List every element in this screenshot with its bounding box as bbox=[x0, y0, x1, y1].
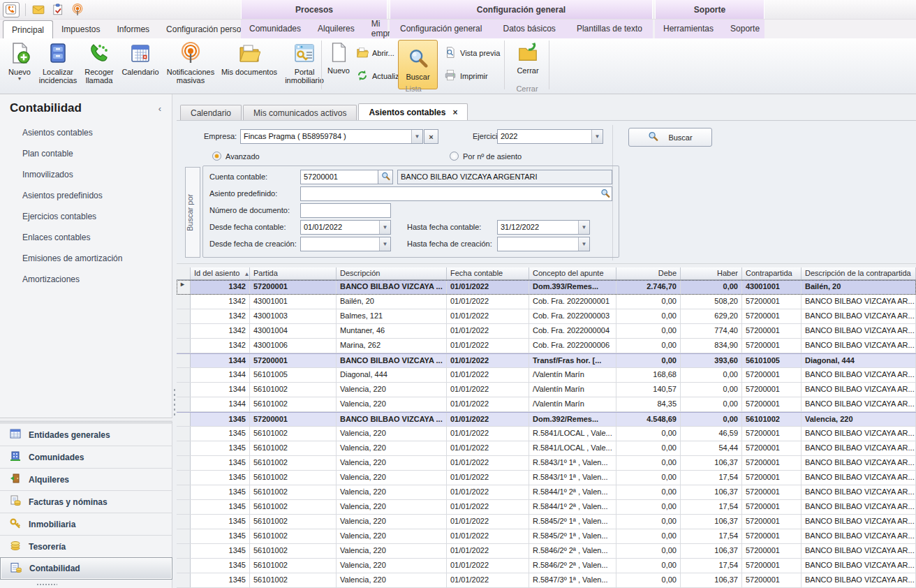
table-row[interactable]: 134456101005Diagonal, 44401/01/2022/Vale… bbox=[177, 368, 916, 383]
ribbon-tab-configuraci-n-general[interactable]: Configuración general bbox=[392, 20, 490, 38]
ribbon-button-recoger-llamada[interactable]: Recoger llamada bbox=[80, 40, 119, 90]
ribbon-button-notificaciones-masivas[interactable]: Notificaciones masivas bbox=[162, 40, 219, 90]
buscar-por-tab[interactable]: Buscar por bbox=[185, 167, 200, 258]
sidebar-item-asientos-contables[interactable]: Asientos contables bbox=[0, 122, 172, 143]
ribbon-tab-alquileres[interactable]: Alquileres bbox=[309, 20, 363, 38]
table-row[interactable]: 134243001006Marina, 26201/01/2022Cob. Fr… bbox=[177, 339, 916, 353]
search-icon[interactable] bbox=[600, 189, 610, 200]
ribbon-button-calendario[interactable]: Calendario bbox=[119, 40, 162, 90]
table-row[interactable]: 134557200001BANCO BILBAO VIZCAYA ...01/0… bbox=[177, 412, 916, 427]
ribbon-tab-datos-b-sicos[interactable]: Datos básicos bbox=[494, 20, 563, 38]
dropdown-arrow-icon[interactable]: ▼ bbox=[379, 237, 390, 251]
module-item-comunidades[interactable]: Comunidades bbox=[0, 446, 172, 468]
collapse-sidebar-icon[interactable]: ‹ bbox=[155, 103, 165, 114]
table-row[interactable]: 134556101002Valencia, 22001/01/2022R.584… bbox=[177, 471, 916, 485]
table-row[interactable]: 134556101002Valencia, 22001/01/2022R.584… bbox=[177, 559, 916, 573]
module-item-alquileres[interactable]: Alquileres bbox=[0, 468, 172, 490]
hasta-fecha-contable-input[interactable]: 31/12/2022 ▼ bbox=[497, 220, 590, 235]
doc-tab-mis-comunicados-activos[interactable]: Mis comunicados activos bbox=[243, 105, 357, 120]
sidebar-item-enlaces-contables[interactable]: Enlaces contables bbox=[0, 227, 172, 248]
column-header-fecha-contable[interactable]: Fecha contable bbox=[447, 267, 529, 279]
column-header-partida[interactable]: Partida bbox=[250, 267, 337, 279]
ribbon-button-vista-previa[interactable]: Vista previa bbox=[444, 45, 500, 61]
column-header-haber[interactable]: Haber bbox=[681, 267, 742, 279]
radio-avanzado[interactable]: Avanzado bbox=[212, 152, 260, 161]
hasta-fecha-creacion-input[interactable]: ▼ bbox=[497, 237, 590, 251]
sidebar-item-ejercicios-contables[interactable]: Ejercicios contables bbox=[0, 206, 172, 227]
dropdown-arrow-icon[interactable]: ▼ bbox=[379, 221, 390, 234]
numero-documento-input[interactable] bbox=[300, 203, 391, 218]
radio-por-numero[interactable]: Por nº de asiento bbox=[450, 152, 522, 161]
dropdown-arrow-icon[interactable]: ▼ bbox=[411, 130, 422, 143]
table-row[interactable]: 134556101002Valencia, 22001/01/2022R.584… bbox=[177, 485, 916, 500]
desde-fecha-contable-input[interactable]: 01/01/2022 ▼ bbox=[300, 220, 391, 235]
ribbon-tab-herramientas[interactable]: Herramientas bbox=[655, 20, 722, 38]
column-header-concepto-del-apunte[interactable]: Concepto del apunte bbox=[529, 267, 616, 279]
ribbon-button-buscar[interactable]: Buscar bbox=[398, 40, 438, 89]
sidebar-item-asientos-predefinidos[interactable]: Asientos predefinidos bbox=[0, 185, 172, 206]
doc-tab-calendario[interactable]: Calendario bbox=[180, 105, 242, 120]
sidebar-item-emisiones-de-amortizaci-n[interactable]: Emisiones de amortización bbox=[0, 248, 172, 269]
table-row[interactable]: 134556101002Valencia, 22001/01/2022R.584… bbox=[177, 456, 916, 471]
qat-app-icon[interactable] bbox=[3, 2, 20, 17]
table-row[interactable]: 134556101002Valencia, 22001/01/2022R.584… bbox=[177, 515, 916, 529]
ribbon-tab-comunidades[interactable]: Comunidades bbox=[241, 20, 309, 38]
cuenta-lookup-button[interactable] bbox=[378, 170, 393, 184]
doc-tab-asientos-contables[interactable]: Asientos contables× bbox=[358, 103, 468, 120]
ejercicio-combobox[interactable]: 2022 ▼ bbox=[497, 129, 603, 144]
ribbon-button-portal-inmobiliario[interactable]: Portal inmobiliario bbox=[279, 40, 330, 90]
dropdown-arrow-icon[interactable]: ▼ bbox=[591, 130, 603, 143]
ribbon-tab-principal[interactable]: Principal bbox=[3, 20, 53, 39]
ribbon-button-imprimir[interactable]: Imprimir bbox=[444, 68, 488, 84]
cuenta-contable-input[interactable]: 57200001 bbox=[300, 170, 378, 184]
sidebar-item-amortizaciones[interactable]: Amortizaciones bbox=[0, 269, 172, 290]
qat-tasks-icon[interactable] bbox=[51, 3, 65, 16]
sidebar-item-inmovilizados[interactable]: Inmovilizados bbox=[0, 164, 172, 185]
asiento-predefinido-input[interactable] bbox=[300, 186, 612, 201]
table-row[interactable]: 134456101002Valencia, 22001/01/2022/Vale… bbox=[177, 397, 916, 412]
table-row[interactable]: 134243001003Balmes, 12101/01/2022Cob. Fr… bbox=[177, 309, 916, 324]
table-row[interactable]: 134556101002Valencia, 22001/01/2022R.584… bbox=[177, 441, 916, 456]
sidebar-splitter[interactable] bbox=[0, 418, 172, 422]
column-header-descripci-n-de-la-contrapartida[interactable]: Descripción de la contrapartida bbox=[802, 267, 916, 279]
empresa-combobox[interactable]: Fincas Pragma ( B58959784 ) ▼ bbox=[240, 129, 423, 144]
ribbon-tab-soporte[interactable]: Soporte bbox=[722, 20, 768, 38]
desde-fecha-creacion-input[interactable]: ▼ bbox=[300, 237, 391, 251]
dropdown-arrow-icon[interactable]: ▼ bbox=[578, 237, 589, 251]
table-row[interactable]: 134556101002Valencia, 22001/01/2022R.584… bbox=[177, 500, 916, 515]
clear-empresa-button[interactable]: × bbox=[424, 129, 438, 144]
ribbon-tab-informes[interactable]: Informes bbox=[108, 21, 158, 38]
ribbon-tab-impuestos[interactable]: Impuestos bbox=[53, 21, 108, 38]
ribbon-button-localizar-incidencias[interactable]: Localizar incidencias bbox=[36, 40, 80, 90]
close-tab-icon[interactable]: × bbox=[452, 108, 457, 117]
table-row[interactable]: 134243001001Bailén, 2001/01/2022Cob. Fra… bbox=[177, 295, 916, 309]
ribbon-button-cerrar[interactable]: Cerrar bbox=[508, 40, 547, 90]
column-header-debe[interactable]: Debe bbox=[616, 267, 681, 279]
navpane-grip[interactable] bbox=[36, 583, 57, 586]
table-row[interactable]: 134243001004Muntaner, 4601/01/2022Cob. F… bbox=[177, 324, 916, 339]
sidebar-item-plan-contable[interactable]: Plan contable bbox=[0, 143, 172, 164]
module-item-contabilidad[interactable]: Contabilidad bbox=[0, 557, 172, 580]
qat-broadcast-icon[interactable] bbox=[71, 3, 84, 16]
qat-mail-icon[interactable] bbox=[31, 3, 45, 16]
module-item-inmobiliaria[interactable]: Inmobiliaria bbox=[0, 513, 172, 535]
column-header-id-del-asiento[interactable]: Id del asiento▲ bbox=[191, 267, 250, 279]
module-item-entidades-generales[interactable]: Entidades generales bbox=[0, 423, 172, 446]
table-row[interactable]: 134556101002Valencia, 22001/01/2022R.584… bbox=[177, 427, 916, 441]
table-row[interactable]: 134556101002Valencia, 22001/01/2022R.584… bbox=[177, 573, 916, 588]
table-row[interactable]: ►134257200001BANCO BILBAO VIZCAYA ...01/… bbox=[177, 280, 916, 295]
column-header-descripci-n[interactable]: Descripción bbox=[337, 267, 447, 279]
ribbon-button-nuevo[interactable]: Nuevo▼ bbox=[3, 40, 36, 90]
ribbon-button-abrir[interactable]: Abrir... bbox=[356, 45, 394, 61]
ribbon-button-mis-documentos[interactable]: Mis documentos bbox=[219, 40, 279, 90]
module-item-tesorer-a[interactable]: Tesorería bbox=[0, 535, 172, 557]
dropdown-arrow-icon[interactable]: ▼ bbox=[578, 221, 589, 234]
ribbon-button-nuevo[interactable]: Nuevo bbox=[323, 40, 354, 90]
ribbon-tab-plantillas-de-texto[interactable]: Plantillas de texto bbox=[568, 20, 651, 38]
table-row[interactable]: 134457200001BANCO BILBAO VIZCAYA ...01/0… bbox=[177, 353, 916, 368]
column-header-contrapartida[interactable]: Contrapartida bbox=[742, 267, 802, 279]
search-button[interactable]: Buscar bbox=[628, 128, 712, 147]
module-item-facturas-y-n-minas[interactable]: Facturas y nóminas bbox=[0, 490, 172, 513]
table-row[interactable]: 134556101002Valencia, 22001/01/2022R.584… bbox=[177, 529, 916, 544]
table-row[interactable]: 134456101002Valencia, 22001/01/2022/Vale… bbox=[177, 383, 916, 397]
